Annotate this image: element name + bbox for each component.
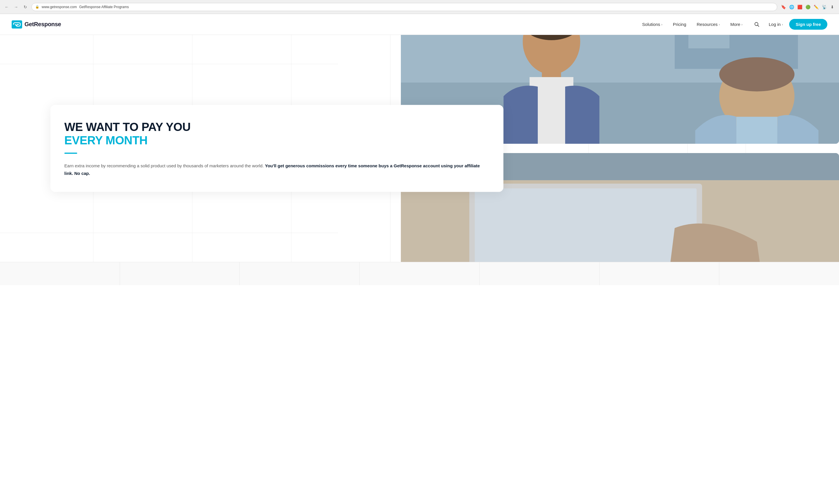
solutions-label: Solutions (642, 22, 660, 27)
logo-icon (12, 20, 22, 29)
browser-tools: 🔖 🌐 🟥 🟢 ✏️ 📡 ⬇ (780, 4, 836, 10)
page-title-text: GetResponse Affiliate Programs (79, 5, 129, 9)
navbar-actions: Log in › Sign up free (751, 19, 827, 30)
hero-title-line1: WE WANT TO PAY YOU (64, 120, 487, 133)
navbar: GetResponse Solutions › Pricing Resource… (0, 14, 839, 35)
nav-resources[interactable]: Resources › (693, 19, 724, 29)
svg-rect-26 (736, 117, 777, 144)
bookmark-icon[interactable]: 🔖 (780, 4, 787, 10)
grid-col-6 (600, 262, 720, 285)
more-chevron-icon: › (741, 23, 742, 26)
hero-section: WE WANT TO PAY YOU EVERY MONTH Earn extr… (0, 35, 839, 262)
hero-desc-plain: Earn extra income by recommending a soli… (64, 163, 265, 168)
svg-point-25 (719, 57, 795, 91)
grid-col-7 (719, 262, 839, 285)
lock-icon: 🔒 (35, 5, 39, 9)
grid-col-3 (240, 262, 360, 285)
signup-label: Sign up free (795, 22, 821, 27)
refresh-button[interactable]: ↻ (22, 4, 29, 10)
more-label: More (730, 22, 740, 27)
grid-col-5 (480, 262, 600, 285)
search-icon (754, 22, 759, 27)
tool3-icon[interactable]: ✏️ (813, 4, 819, 10)
navbar-links: Solutions › Pricing Resources › More › (638, 19, 746, 29)
forward-button[interactable]: → (13, 4, 19, 10)
grid-col-1 (0, 262, 120, 285)
bottom-grid-area (0, 262, 839, 285)
hero-title-line2: EVERY MONTH (64, 133, 487, 147)
hero-divider (64, 153, 77, 154)
svg-rect-22 (538, 87, 565, 144)
nav-solutions[interactable]: Solutions › (638, 19, 666, 29)
tool2-icon[interactable]: 🟢 (805, 4, 811, 10)
browser-chrome: ← → ↻ 🔒 www.getresponse.com GetResponse … (0, 0, 839, 14)
extensions-icon[interactable]: 🌐 (788, 4, 795, 10)
svg-rect-36 (475, 188, 697, 262)
login-button[interactable]: Log in › (765, 19, 787, 29)
hero-card: WE WANT TO PAY YOU EVERY MONTH Earn extr… (50, 105, 503, 192)
back-button[interactable]: ← (3, 4, 10, 10)
svg-rect-17 (688, 35, 730, 48)
page-wrapper: GetResponse Solutions › Pricing Resource… (0, 14, 839, 285)
logo[interactable]: GetResponse (12, 20, 61, 29)
nav-more[interactable]: More › (726, 19, 747, 29)
resources-label: Resources (697, 22, 718, 27)
search-button[interactable] (751, 19, 763, 30)
solutions-chevron-icon: › (661, 23, 663, 26)
svg-point-1 (755, 22, 758, 25)
url-text: www.getresponse.com (42, 5, 77, 9)
address-bar[interactable]: 🔒 www.getresponse.com GetResponse Affili… (32, 3, 777, 11)
resources-chevron-icon: › (719, 23, 720, 26)
pricing-label: Pricing (673, 22, 686, 27)
logo-text: GetResponse (24, 21, 61, 28)
tool1-icon[interactable]: 🟥 (797, 4, 803, 10)
tool4-icon[interactable]: 📡 (821, 4, 827, 10)
grid-col-4 (360, 262, 480, 285)
hero-description: Earn extra income by recommending a soli… (64, 162, 487, 177)
nav-pricing[interactable]: Pricing (669, 19, 690, 29)
login-chevron-icon: › (782, 23, 783, 26)
signup-button[interactable]: Sign up free (789, 19, 827, 30)
download-icon[interactable]: ⬇ (829, 4, 836, 10)
grid-col-2 (120, 262, 240, 285)
login-label: Log in (769, 22, 781, 27)
